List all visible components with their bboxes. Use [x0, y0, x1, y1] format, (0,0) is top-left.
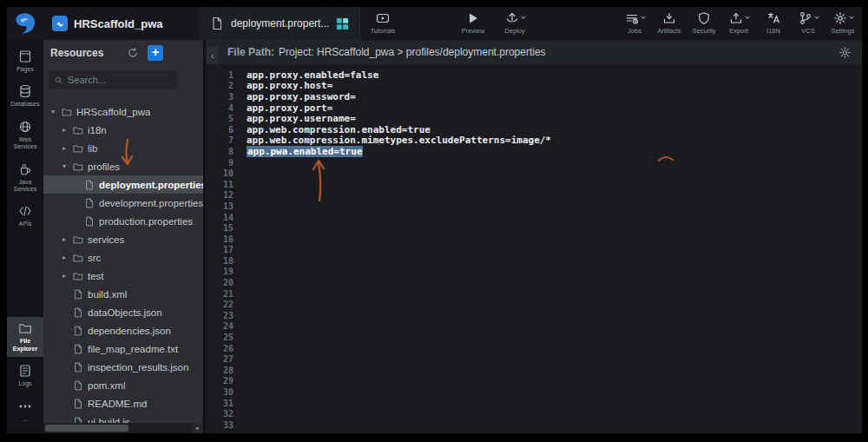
chevron-down-icon[interactable]: ▾ [49, 108, 57, 115]
horizontal-scrollbar[interactable]: ▸ [43, 423, 203, 433]
file-icon [84, 216, 95, 227]
sidebar-item-pages[interactable]: Pages [7, 45, 43, 77]
tree-file-production-properties[interactable]: production.properties [43, 212, 203, 230]
sidebar-item-label: ... [23, 416, 28, 423]
code-line-9[interactable]: 9 [207, 157, 862, 168]
code-line-18[interactable]: 18 [207, 255, 862, 267]
editor-settings-gear-icon[interactable] [838, 46, 852, 59]
vcs-branch-button[interactable]: VCS [792, 7, 824, 40]
preview-play-button[interactable]: Preview [457, 7, 489, 40]
code-line-6[interactable]: 6app.web.compression.enabled=true [207, 124, 862, 135]
tree-folder-test[interactable]: ▸test [43, 267, 203, 285]
jobs-button[interactable]: Jobs [619, 7, 650, 40]
tree-file-pom-xml[interactable]: pom.xml [43, 376, 203, 394]
chevron-right-icon[interactable]: ▸ [60, 144, 69, 152]
code-line-11[interactable]: 11 [207, 179, 862, 190]
tree-file-ui-build-js[interactable]: ui-build.js [43, 412, 203, 423]
collapse-panel-button[interactable]: ‹ [207, 47, 218, 64]
code-line-4[interactable]: 4app.proxy.port= [207, 102, 862, 114]
search-input[interactable] [68, 75, 172, 85]
code-line-13[interactable]: 13 [207, 201, 862, 212]
tree-file-build-xml[interactable]: build.xml [43, 285, 203, 303]
app-logo-icon[interactable] [13, 11, 39, 36]
security-shield-icon [697, 11, 711, 25]
tree-file-readme-md[interactable]: README.md [43, 394, 203, 412]
code-line-12[interactable]: 12 [207, 190, 862, 201]
tree-file-dependencies-json[interactable]: dependencies.json [43, 321, 203, 340]
action-label: Artifacts [657, 27, 681, 35]
tree-folder-hrscaffold-pwa[interactable]: ▾HRScaffold_pwa [43, 102, 203, 121]
code-line-8[interactable]: 8app.pwa.enabled=true [207, 146, 862, 157]
settings-gear-button[interactable]: Settings [827, 7, 858, 40]
code-line-1[interactable]: 1app.proxy.enabled=false [207, 69, 862, 81]
scrollbar-thumb[interactable] [45, 425, 128, 432]
deploy-button[interactable]: Deploy [499, 7, 530, 40]
sidebar-item-[interactable]: ... [7, 395, 43, 427]
chevron-down-icon[interactable]: ▾ [60, 162, 69, 170]
tree-item-label: services [88, 234, 124, 245]
export-button[interactable]: Export [723, 7, 754, 40]
tree-folder-i18n[interactable]: ▸i18n [43, 121, 203, 139]
tree-file-dataobjects-json[interactable]: dataObjects.json [43, 303, 203, 321]
sidebar-item-file-explorer[interactable]: File Explorer [7, 317, 43, 357]
open-file-tab[interactable]: deployment.propert... [200, 7, 360, 40]
tree-file-inspection-results-json[interactable]: inspection_results.json [43, 358, 203, 376]
sidebar-item-web-services[interactable]: Web Services [7, 115, 43, 155]
chevron-right-icon[interactable]: ▸ [60, 272, 69, 280]
file-icon [210, 16, 224, 30]
security-shield-button[interactable]: Security [688, 7, 720, 40]
tree-item-label: build.xml [88, 289, 127, 300]
code-line-31[interactable]: 31 [207, 398, 862, 409]
topbar-right-actions: JobsArtifactsSecurityExportI18NVCSSettin… [619, 7, 858, 40]
refresh-icon[interactable] [127, 47, 139, 59]
scrollbar-right-arrow[interactable]: ▸ [193, 423, 203, 433]
sidebar-item-java-services[interactable]: Java Services [7, 158, 43, 198]
artifacts-button[interactable]: Artifacts [654, 7, 685, 40]
i18n-button[interactable]: I18N [758, 7, 789, 40]
code-line-27[interactable]: 27 [207, 353, 862, 365]
code-line-16[interactable]: 16 [207, 234, 862, 245]
tree-folder-lib[interactable]: ▸lib [43, 139, 203, 157]
line-number: 18 [207, 256, 241, 266]
chevron-right-icon[interactable]: ▸ [60, 235, 69, 243]
code-line-32[interactable]: 32 [207, 408, 862, 419]
tree-file-development-properties[interactable]: development.properties [43, 194, 203, 212]
code-line-2[interactable]: 2app.proxy.host= [207, 81, 862, 92]
code-line-20[interactable]: 20 [207, 277, 862, 288]
code-line-15[interactable]: 15 [207, 222, 862, 234]
code-area[interactable]: 1app.proxy.enabled=false2app.proxy.host=… [207, 64, 862, 433]
code-line-19[interactable]: 19 [207, 267, 862, 278]
code-line-17[interactable]: 17 [207, 245, 862, 256]
project-switcher[interactable]: HRScaffold_pwa [52, 7, 163, 40]
code-line-24[interactable]: 24 [207, 321, 862, 333]
code-line-14[interactable]: 14 [207, 212, 862, 223]
chevron-right-icon[interactable]: ▸ [60, 254, 69, 261]
add-resource-button[interactable]: + [148, 45, 163, 61]
code-line-33[interactable]: 33 [207, 419, 862, 431]
line-number: 12 [207, 190, 241, 200]
code-line-3[interactable]: 3app.proxy.password= [207, 91, 862, 102]
code-line-25[interactable]: 25 [207, 332, 862, 343]
code-line-10[interactable]: 10 [207, 168, 862, 179]
sidebar-item-apis[interactable]: APIs [7, 200, 43, 232]
code-line-29[interactable]: 29 [207, 376, 862, 387]
code-line-21[interactable]: 21 [207, 288, 862, 300]
sidebar-item-databases[interactable]: Databases [7, 80, 43, 112]
dashboard-grid-icon[interactable] [336, 17, 349, 30]
tree-folder-services[interactable]: ▸services [43, 230, 203, 248]
code-line-28[interactable]: 28 [207, 365, 862, 376]
tutorials-button[interactable]: Tutorials [367, 7, 398, 40]
tree-folder-profiles[interactable]: ▾profiles [43, 157, 203, 175]
tree-file-file-map-readme-txt[interactable]: file_map_readme.txt [43, 340, 203, 358]
code-line-5[interactable]: 5app.proxy.username= [207, 113, 862, 124]
chevron-right-icon[interactable]: ▸ [60, 126, 69, 134]
code-line-22[interactable]: 22 [207, 299, 862, 310]
code-line-7[interactable]: 7app.web.compression.mimetypes.excludePa… [207, 135, 862, 147]
tree-file-deployment-properties[interactable]: deployment.properties [43, 175, 203, 194]
tree-folder-src[interactable]: ▸src [43, 248, 203, 267]
line-number: 27 [207, 354, 241, 364]
code-line-26[interactable]: 26 [207, 343, 862, 354]
sidebar-item-logs[interactable]: Logs [7, 360, 43, 392]
code-line-30[interactable]: 30 [207, 386, 862, 398]
code-line-23[interactable]: 23 [207, 310, 862, 321]
